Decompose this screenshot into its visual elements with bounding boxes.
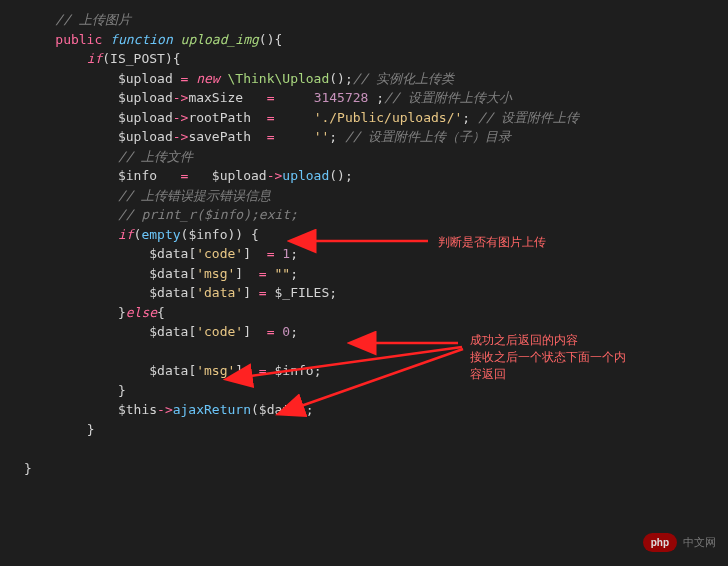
code-line: $upload->rootPath = './Public/uploads/';… [24, 108, 728, 128]
watermark-text: 中文网 [683, 534, 716, 551]
code-line: $info = $upload->upload(); [24, 166, 728, 186]
code-line: // 上传图片 [24, 10, 728, 30]
code-line: $data['code'] = 1; [24, 244, 728, 264]
code-line: if(IS_POST){ [24, 49, 728, 69]
code-line: } [24, 420, 728, 440]
code-line [24, 439, 728, 459]
code-line: }else{ [24, 303, 728, 323]
code-line: $data['data'] = $_FILES; [24, 283, 728, 303]
annotation-text-2: 成功之后返回的内容 接收之后一个状态下面一个内 容返回 [470, 332, 626, 382]
annotation-text-1: 判断是否有图片上传 [438, 234, 546, 251]
watermark-badge: php [643, 533, 677, 552]
code-line: $upload->maxSize = 3145728 ;// 设置附件上传大小 [24, 88, 728, 108]
code-line: // 上传文件 [24, 147, 728, 167]
code-line: } [24, 381, 728, 401]
watermark: php 中文网 [643, 533, 716, 552]
code-line: $upload = new \Think\Upload();// 实例化上传类 [24, 69, 728, 89]
code-line: $data['msg'] = ""; [24, 264, 728, 284]
code-line: } [24, 459, 728, 479]
code-line: public function upload_img(){ [24, 30, 728, 50]
code-line: // 上传错误提示错误信息 [24, 186, 728, 206]
code-line: $this->ajaxReturn($data); [24, 400, 728, 420]
code-line: // print_r($info);exit; [24, 205, 728, 225]
code-line: $upload->savePath = ''; // 设置附件上传（子）目录 [24, 127, 728, 147]
code-line: if(empty($info)) { [24, 225, 728, 245]
